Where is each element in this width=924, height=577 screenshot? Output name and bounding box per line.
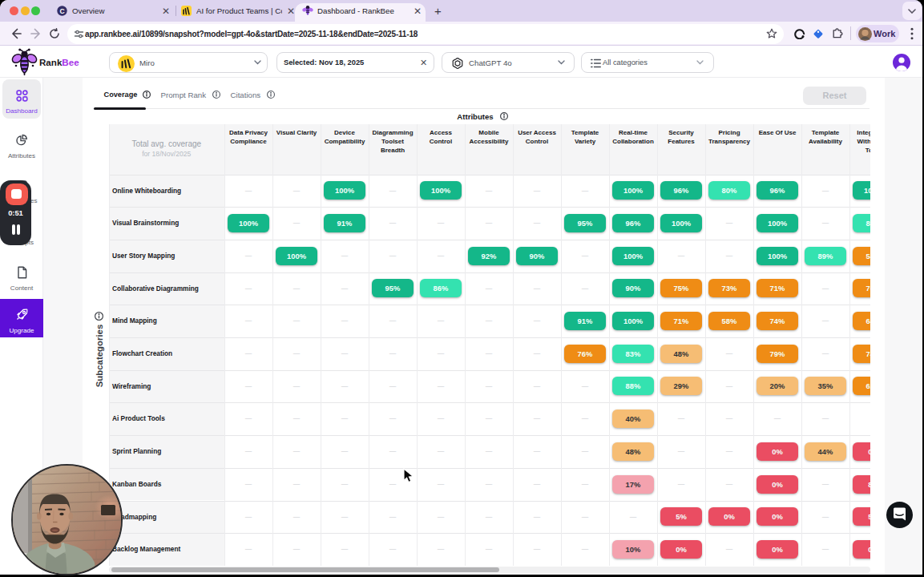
svg-text:C: C bbox=[59, 7, 64, 15]
